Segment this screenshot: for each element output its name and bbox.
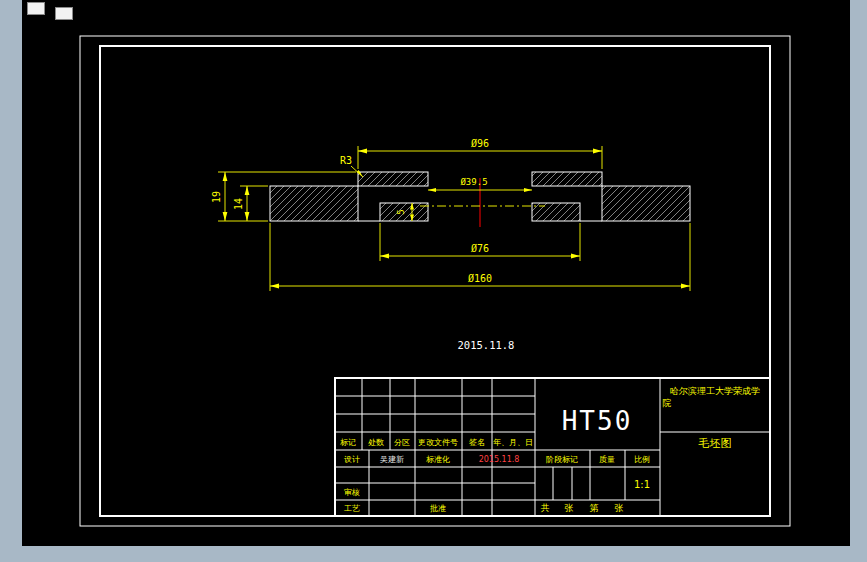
tb-header-date: 年、月、日: [493, 438, 533, 447]
ui-artifact-2: [55, 7, 73, 20]
arrowhead: [681, 284, 690, 289]
tb-role-design: 设计: [344, 455, 360, 464]
title-block: 标记 处数 分区 更改文件号 签名 年、月、日 设计 标准化 审核 工艺 批准 …: [335, 378, 770, 516]
arrowhead: [571, 254, 580, 259]
dim-height-14: 14: [233, 198, 244, 210]
arrowhead: [358, 149, 367, 154]
arrowhead: [380, 254, 389, 259]
tb-stage-mark-label: 阶段标记: [546, 455, 578, 464]
outer-frame: [80, 36, 790, 526]
tb-school-name-line2: 院: [663, 398, 672, 408]
tb-role-standardization: 标准化: [426, 455, 450, 464]
arrowhead: [245, 186, 250, 195]
arrowhead: [593, 149, 602, 154]
tb-role-process: 工艺: [344, 504, 360, 513]
arrowhead: [524, 188, 532, 192]
hub-right: [532, 172, 602, 186]
tb-designer-signature: 吴建新: [380, 455, 404, 464]
arrowhead: [223, 212, 228, 221]
tb-header-doc-no: 更改文件号: [418, 438, 458, 447]
tb-school-name-line1: 哈尔滨理工大学荣成学: [670, 386, 760, 396]
tb-material: HT50: [562, 406, 633, 436]
tb-drawing-title: 毛坯图: [698, 437, 732, 450]
app-window: Ø96 19 14 R3 Ø39.5 5 Ø76 Ø160 2015.11.8 …: [0, 0, 867, 562]
dim-diameter-76: Ø76: [471, 243, 489, 254]
arrowhead: [428, 188, 436, 192]
arrowhead: [223, 172, 228, 181]
date-note: 2015.11.8: [458, 339, 515, 351]
tb-no-label: 第: [590, 503, 599, 513]
dim-depth-5: 5: [396, 209, 406, 214]
tb-sheet2-label: 张: [615, 503, 624, 513]
dim-diameter-160: Ø160: [468, 273, 492, 284]
tb-total-label: 共: [541, 503, 550, 513]
tb-scale-value: 1:1: [634, 479, 650, 490]
tb-header-zone: 分区: [394, 438, 410, 447]
ui-artifact-1: [27, 2, 45, 15]
tb-sheet-label: 张: [565, 503, 574, 513]
tb-scale-label: 比例: [634, 455, 650, 464]
dim-diameter-39-5: Ø39.5: [460, 177, 487, 187]
tb-role-approve: 批准: [430, 504, 446, 513]
tb-header-count: 处数: [368, 438, 384, 447]
tb-header-sign: 签名: [469, 438, 485, 447]
tb-header-mark: 标记: [340, 438, 356, 447]
dim-radius-3: R3: [340, 155, 352, 166]
tb-red-date: 2015.11.8: [479, 455, 520, 464]
drawing-frame: [80, 36, 790, 526]
tb-role-check: 审核: [344, 488, 360, 497]
cad-canvas[interactable]: Ø96 19 14 R3 Ø39.5 5 Ø76 Ø160 2015.11.8 …: [22, 0, 850, 546]
flange-left: [270, 186, 358, 221]
arrowhead: [245, 212, 250, 221]
dim-diameter-96: Ø96: [471, 138, 489, 149]
arrowhead: [270, 284, 279, 289]
hub-left: [358, 172, 428, 186]
tb-weight-label: 质量: [599, 455, 615, 464]
dim-height-19: 19: [211, 191, 222, 203]
drawing-svg: Ø96 19 14 R3 Ø39.5 5 Ø76 Ø160 2015.11.8 …: [22, 0, 850, 546]
flange-right: [602, 186, 690, 221]
